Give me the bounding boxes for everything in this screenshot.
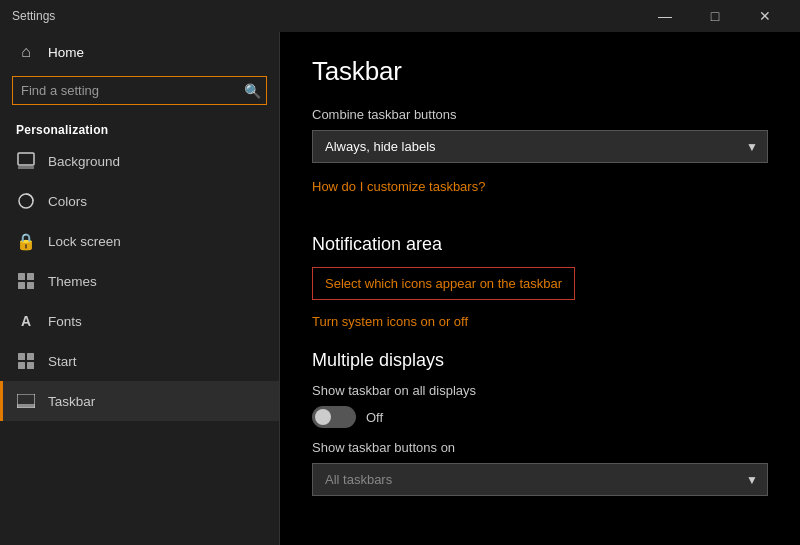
combine-dropdown-wrap: Always, hide labels When taskbar is full… (312, 130, 768, 163)
page-title: Taskbar (312, 56, 768, 87)
search-box: 🔍 (12, 76, 267, 105)
multiple-displays-title: Multiple displays (312, 350, 768, 371)
sidebar-item-label-background: Background (48, 154, 120, 169)
taskbar-icon (16, 391, 36, 411)
toggle-knob (315, 409, 331, 425)
colors-icon (16, 191, 36, 211)
sidebar-item-label-themes: Themes (48, 274, 97, 289)
sidebar-item-colors[interactable]: Colors (0, 181, 279, 221)
sidebar-item-taskbar[interactable]: Taskbar (0, 381, 279, 421)
svg-rect-9 (18, 362, 25, 369)
notification-section-title: Notification area (312, 234, 768, 255)
svg-rect-0 (18, 153, 34, 165)
show-taskbar-label: Show taskbar on all displays (312, 383, 768, 398)
sidebar-item-home[interactable]: ⌂ Home (0, 32, 279, 72)
svg-rect-8 (27, 353, 34, 360)
lock-screen-icon: 🔒 (16, 231, 36, 251)
app-title: Settings (12, 9, 55, 23)
content-area: Taskbar Combine taskbar buttons Always, … (280, 32, 800, 545)
home-icon: ⌂ (16, 42, 36, 62)
sidebar-item-background[interactable]: Background (0, 141, 279, 181)
svg-rect-10 (27, 362, 34, 369)
search-icon: 🔍 (244, 83, 261, 99)
svg-rect-12 (17, 404, 35, 408)
system-icons-link[interactable]: Turn system icons on or off (312, 314, 468, 329)
background-icon (16, 151, 36, 171)
taskbar-buttons-dropdown[interactable]: All taskbars Main taskbar and taskbar wh… (312, 463, 768, 496)
sidebar-item-label-start: Start (48, 354, 77, 369)
notification-icons-link[interactable]: Select which icons appear on the taskbar (312, 267, 575, 300)
show-taskbar-buttons-label: Show taskbar buttons on (312, 440, 768, 455)
taskbar-toggle[interactable] (312, 406, 356, 428)
svg-rect-5 (18, 282, 25, 289)
minimize-button[interactable]: — (642, 0, 688, 32)
toggle-row: Off (312, 406, 768, 428)
sidebar-item-label-lock-screen: Lock screen (48, 234, 121, 249)
sidebar: ⌂ Home 🔍 Personalization Background (0, 32, 280, 545)
sidebar-item-lock-screen[interactable]: 🔒 Lock screen (0, 221, 279, 261)
svg-rect-4 (27, 273, 34, 280)
customize-link[interactable]: How do I customize taskbars? (312, 179, 485, 194)
themes-icon (16, 271, 36, 291)
svg-rect-1 (18, 166, 34, 169)
close-button[interactable]: ✕ (742, 0, 788, 32)
taskbar-buttons-dropdown-wrap: All taskbars Main taskbar and taskbar wh… (312, 463, 768, 496)
sidebar-section-label: Personalization (0, 113, 279, 141)
svg-rect-3 (18, 273, 25, 280)
toggle-state-label: Off (366, 410, 383, 425)
sidebar-item-themes[interactable]: Themes (0, 261, 279, 301)
start-icon (16, 351, 36, 371)
maximize-button[interactable]: □ (692, 0, 738, 32)
svg-rect-7 (18, 353, 25, 360)
combine-dropdown[interactable]: Always, hide labels When taskbar is full… (312, 130, 768, 163)
sidebar-item-label-fonts: Fonts (48, 314, 82, 329)
title-bar: Settings — □ ✕ (0, 0, 800, 32)
sidebar-item-label-home: Home (48, 45, 84, 60)
svg-rect-6 (27, 282, 34, 289)
sidebar-item-start[interactable]: Start (0, 341, 279, 381)
sidebar-item-fonts[interactable]: A Fonts (0, 301, 279, 341)
sidebar-item-label-taskbar: Taskbar (48, 394, 95, 409)
fonts-icon: A (16, 311, 36, 331)
window-controls: — □ ✕ (642, 0, 788, 32)
search-input[interactable] (12, 76, 267, 105)
app-body: ⌂ Home 🔍 Personalization Background (0, 32, 800, 545)
sidebar-item-label-colors: Colors (48, 194, 87, 209)
combine-label: Combine taskbar buttons (312, 107, 768, 122)
